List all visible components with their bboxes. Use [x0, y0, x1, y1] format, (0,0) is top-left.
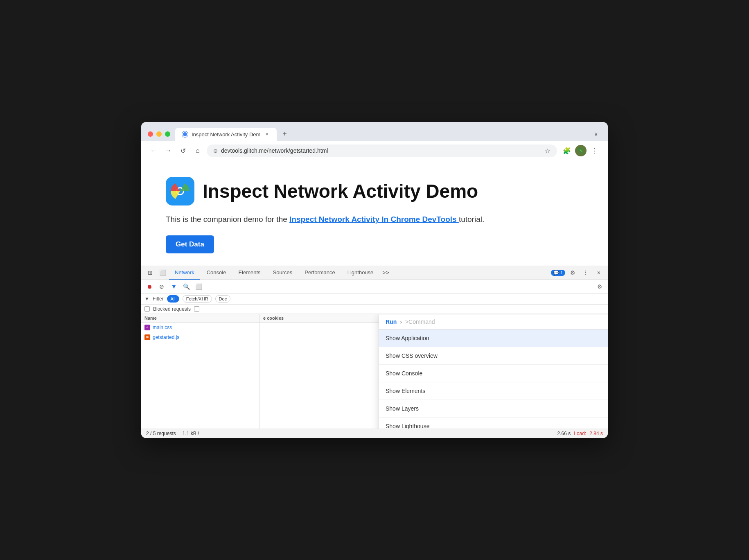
- desc-before: This is the companion demo for the: [166, 215, 289, 224]
- bookmark-icon[interactable]: ☆: [545, 147, 550, 155]
- filter-chip-all[interactable]: All: [167, 295, 179, 303]
- maximize-button[interactable]: [165, 131, 170, 137]
- tab-close-button[interactable]: ×: [264, 131, 270, 138]
- tab-elements[interactable]: Elements: [232, 266, 266, 280]
- profile-avatar[interactable]: 🦎: [575, 145, 587, 156]
- devtools-panel: ⊞ ⬜ Network Console Elements Sources Per…: [141, 266, 608, 438]
- load-time-section: 2.66 s Load: 2.84 s: [557, 431, 603, 436]
- device-toolbar-icon[interactable]: ⬜: [157, 266, 168, 279]
- record-button[interactable]: ⏺: [144, 282, 154, 291]
- back-button[interactable]: ←: [148, 145, 159, 156]
- url-bar[interactable]: ⊙ devtools.glitch.me/network/getstarted.…: [207, 145, 557, 157]
- tab-lighthouse[interactable]: Lighthouse: [342, 266, 379, 280]
- blocked-cookies-checkbox[interactable]: [194, 306, 199, 312]
- command-item-label-1: Show CSS overview: [386, 352, 608, 359]
- inspect-element-icon[interactable]: ⊞: [144, 266, 156, 279]
- search-button[interactable]: 🔍: [181, 282, 191, 291]
- tabs-area: Inspect Network Activity Dem × +: [175, 127, 586, 141]
- browser-window: Inspect Network Activity Dem × + ∨ ← → ↺…: [141, 122, 608, 438]
- traffic-lights: [148, 131, 170, 137]
- file-name-main-css: main.css: [153, 325, 172, 330]
- requests-count: 2 / 5 requests: [146, 431, 176, 436]
- devtools-link[interactable]: Inspect Network Activity In Chrome DevTo…: [289, 215, 459, 224]
- devtools-tab-bar: ⊞ ⬜ Network Console Elements Sources Per…: [141, 266, 608, 280]
- command-item-label-2: Show Console: [386, 370, 608, 377]
- command-prompt-icon: ›: [400, 318, 402, 325]
- tab-label: Inspect Network Activity Dem: [192, 131, 260, 138]
- chrome-menu-button[interactable]: ⋮: [588, 144, 601, 157]
- forward-button[interactable]: →: [162, 145, 174, 156]
- transfer-size: 1.1 kB /: [183, 431, 199, 436]
- file-name-getstarted-js: getstarted.js: [153, 334, 179, 340]
- command-menu: Run › >Command Show Application Panel Sh…: [379, 314, 608, 429]
- filter-button[interactable]: ▼: [169, 282, 179, 291]
- devtools-close-button[interactable]: ×: [593, 266, 605, 279]
- extensions-button[interactable]: 🧩: [560, 144, 573, 157]
- blocked-requests-row: Blocked requests: [141, 305, 608, 314]
- minimize-button[interactable]: [156, 131, 162, 137]
- address-bar: ← → ↺ ⌂ ⊙ devtools.glitch.me/network/get…: [141, 141, 608, 160]
- command-header: Run › >Command: [379, 314, 608, 330]
- reload-button[interactable]: ↺: [177, 145, 189, 156]
- capture-screenshot-button[interactable]: ⬜: [194, 282, 203, 291]
- load-label: Load:: [574, 431, 586, 436]
- page-content: Inspect Network Activity Demo This is th…: [141, 160, 608, 266]
- command-item-show-css-overview[interactable]: Show CSS overview Panel: [379, 347, 608, 365]
- get-data-button[interactable]: Get Data: [166, 235, 214, 253]
- network-settings-icon[interactable]: ⚙: [595, 282, 605, 291]
- command-run-label: Run: [386, 318, 397, 325]
- filter-chip-fetch-xhr[interactable]: Fetch/XHR: [183, 295, 212, 303]
- command-item-show-layers[interactable]: Show Layers Panel: [379, 400, 608, 418]
- file-item-getstarted-js[interactable]: ⊠ getstarted.js: [141, 332, 259, 342]
- file-list-header-name: Name: [144, 316, 157, 321]
- devtools-more-actions-icon[interactable]: ⋮: [580, 266, 591, 279]
- page-title: Inspect Network Activity Demo: [203, 180, 478, 202]
- command-item-show-elements[interactable]: Show Elements Panel: [379, 382, 608, 400]
- chrome-logo-svg: [171, 182, 190, 201]
- css-file-icon: ✓: [144, 325, 150, 330]
- command-item-label-0: Show Application: [386, 335, 608, 341]
- filter-label-text: Filter: [153, 296, 164, 302]
- tab-favicon: [182, 131, 188, 138]
- console-badge-icon: 💬: [553, 270, 559, 275]
- devtools-settings-icon[interactable]: ⚙: [567, 266, 578, 279]
- page-header: Inspect Network Activity Demo: [166, 177, 583, 205]
- command-item-label-4: Show Layers: [386, 405, 608, 412]
- network-file-list: Name ✓ main.css ⊠ getstarted.js: [141, 314, 260, 429]
- title-bar: Inspect Network Activity Dem × + ∨: [141, 122, 608, 141]
- page-description: This is the companion demo for the Inspe…: [166, 214, 583, 226]
- browser-actions: 🧩 🦎 ⋮: [560, 144, 601, 157]
- clear-button[interactable]: ⊘: [157, 282, 167, 291]
- tab-sources[interactable]: Sources: [267, 266, 298, 280]
- tab-network[interactable]: Network: [169, 266, 200, 280]
- tab-performance[interactable]: Performance: [299, 266, 341, 280]
- active-tab[interactable]: Inspect Network Activity Dem ×: [175, 128, 277, 141]
- command-item-show-application[interactable]: Show Application Panel: [379, 330, 608, 347]
- filter-icon: ▼: [144, 296, 149, 302]
- network-details: e cookies Time 802 B 45 ms 330 B 43 ms R…: [260, 314, 608, 429]
- command-item-label-5: Show Lighthouse: [386, 423, 608, 429]
- more-tabs-button[interactable]: >>: [380, 268, 391, 278]
- status-bar: 2 / 5 requests 1.1 kB / 2.66 s Load: 2.8…: [141, 429, 608, 438]
- home-button[interactable]: ⌂: [192, 145, 203, 156]
- filter-chip-doc[interactable]: Doc: [215, 295, 231, 303]
- devtools-right-actions: 💬 1 ⚙ ⋮ ×: [551, 266, 605, 279]
- close-button[interactable]: [148, 131, 153, 137]
- new-tab-button[interactable]: +: [278, 127, 291, 141]
- tab-chevron-icon[interactable]: ∨: [591, 127, 601, 140]
- filter-row: ▼ Filter All Fetch/XHR Doc: [141, 294, 608, 305]
- console-badge[interactable]: 💬 1: [551, 270, 565, 276]
- file-item-main-css[interactable]: ✓ main.css: [141, 323, 259, 332]
- js-file-icon: ⊠: [144, 334, 150, 340]
- dom-load-time: 2.66 s: [557, 431, 571, 436]
- file-list-header: Name: [141, 314, 259, 323]
- url-text: devtools.glitch.me/network/getstarted.ht…: [221, 147, 541, 154]
- network-panel-body: Name ✓ main.css ⊠ getstarted.js e cookie…: [141, 314, 608, 429]
- url-security-icon: ⊙: [213, 148, 218, 154]
- command-item-label-3: Show Elements: [386, 388, 608, 394]
- blocked-requests-checkbox[interactable]: [144, 306, 150, 312]
- command-item-show-lighthouse[interactable]: Show Lighthouse Panel: [379, 418, 608, 429]
- command-item-show-console[interactable]: Show Console Panel: [379, 365, 608, 382]
- tab-console[interactable]: Console: [201, 266, 232, 280]
- command-input-placeholder[interactable]: >Command: [405, 318, 435, 325]
